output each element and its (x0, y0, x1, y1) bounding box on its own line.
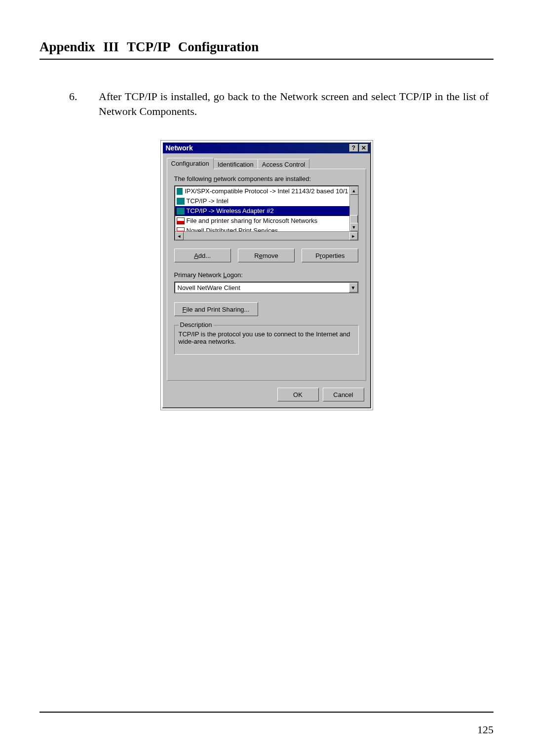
scroll-left-icon[interactable]: ◄ (175, 232, 184, 240)
properties-button[interactable]: Properties (302, 249, 358, 262)
tab-body: The following network components are ins… (167, 169, 366, 381)
description-group: Description TCP/IP is the protocol you u… (174, 325, 359, 355)
tab-row: Configuration Identification Access Cont… (163, 153, 370, 169)
footer-rule (39, 712, 494, 713)
list-item[interactable]: File and printer sharing for Microsoft N… (175, 216, 349, 226)
window-title: Network (166, 144, 348, 152)
description-text: TCP/IP is the protocol you use to connec… (179, 330, 354, 345)
primary-logon-combo[interactable]: Novell NetWare Client ▼ (174, 282, 359, 293)
service-icon (177, 217, 185, 224)
list-item-label: Novell Distributed Print Services (187, 226, 278, 231)
component-list-label: The following network components are ins… (174, 175, 359, 182)
primary-logon-label: Primary Network Logon: (174, 271, 359, 279)
list-item-label: TCP/IP -> Wireless Adapter #2 (187, 207, 274, 216)
remove-button[interactable]: Remove (238, 249, 295, 262)
appendix-title: Appendix III TCP/IP Configuration (39, 39, 494, 55)
protocol-icon (177, 188, 183, 195)
scroll-up-icon[interactable]: ▲ (350, 186, 358, 195)
add-button[interactable]: Add... (174, 249, 231, 262)
step-text: After TCP/IP is installed, go back to th… (99, 89, 489, 118)
list-item-label: IPX/SPX-compatible Protocol -> Intel 211… (185, 187, 348, 196)
header-rule (39, 59, 494, 60)
page-number: 125 (477, 723, 494, 736)
close-button[interactable]: ✕ (359, 144, 368, 152)
primary-logon-value: Novell NetWare Client (175, 283, 349, 292)
list-item[interactable]: TCP/IP -> Intel (175, 196, 349, 206)
list-item-selected[interactable]: TCP/IP -> Wireless Adapter #2 (175, 206, 349, 216)
file-print-sharing-button[interactable]: File and Print Sharing... (174, 302, 258, 316)
scroll-down-icon[interactable]: ▼ (350, 223, 358, 231)
screenshot-frame: Network ? ✕ Configuration Identification… (160, 140, 373, 410)
description-legend: Description (179, 321, 214, 328)
scroll-right-icon[interactable]: ► (349, 232, 358, 240)
protocol-icon (177, 208, 185, 215)
component-list[interactable]: IPX/SPX-compatible Protocol -> Intel 211… (174, 185, 359, 241)
titlebar: Network ? ✕ (163, 143, 370, 153)
tab-configuration[interactable]: Configuration (167, 158, 214, 169)
help-button[interactable]: ? (349, 144, 358, 152)
cancel-button[interactable]: Cancel (323, 388, 364, 401)
ok-button[interactable]: OK (277, 388, 319, 401)
list-item[interactable]: Novell Distributed Print Services (175, 226, 349, 231)
list-item-label: File and printer sharing for Microsoft N… (187, 216, 318, 225)
vertical-scrollbar[interactable]: ▲ ▼ (349, 186, 358, 231)
protocol-icon (177, 198, 185, 205)
horizontal-scrollbar[interactable]: ◄ ► (175, 231, 358, 240)
chevron-down-icon[interactable]: ▼ (349, 283, 358, 292)
network-dialog: Network ? ✕ Configuration Identification… (162, 142, 371, 408)
service-icon (177, 227, 185, 231)
step-number: 6. (69, 89, 99, 118)
list-item[interactable]: IPX/SPX-compatible Protocol -> Intel 211… (175, 186, 349, 196)
list-item-label: TCP/IP -> Intel (187, 197, 228, 206)
